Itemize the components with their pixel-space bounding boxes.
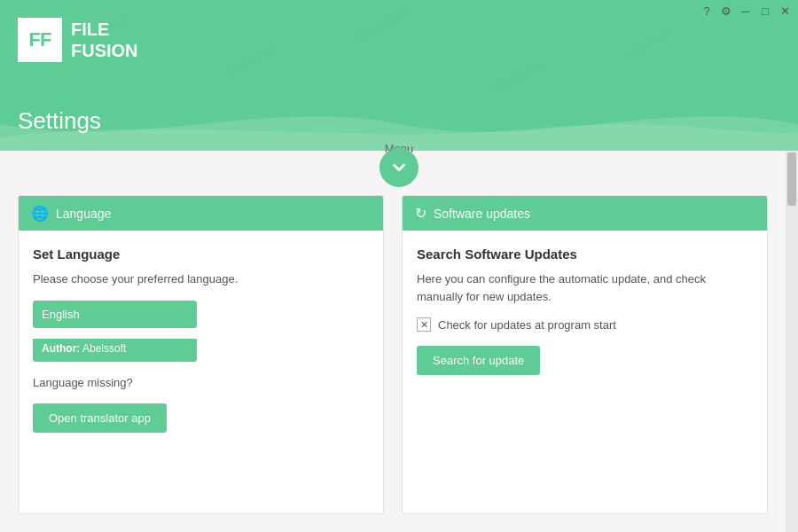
page-title: Settings: [18, 107, 101, 135]
menu-chevron-button[interactable]: [379, 148, 419, 187]
auto-update-checkbox[interactable]: ✕: [417, 317, 431, 332]
checkbox-label: Check for updates at program start: [438, 318, 616, 332]
author-value: Abelssoft: [82, 342, 126, 355]
author-label: Author:: [42, 342, 80, 355]
updates-heading: Search Software Updates: [417, 246, 753, 262]
logo-text: FILE FUSION: [71, 19, 138, 61]
settings-button[interactable]: ⚙: [718, 4, 734, 18]
maximize-button[interactable]: □: [757, 4, 773, 18]
dropdown-arrow-icon: ▼: [349, 308, 360, 320]
checkbox-row: ✕ Check for updates at program start: [417, 317, 753, 332]
logo-box: FF: [18, 18, 62, 62]
logo: FF FILE FUSION: [18, 18, 138, 62]
updates-card-header: ↻ Software updates: [403, 196, 767, 231]
updates-card-body: Search Software Updates Here you can con…: [403, 231, 767, 391]
minimize-button[interactable]: ─: [738, 4, 754, 18]
updates-card: ↻ Software updates Search Software Updat…: [402, 195, 768, 514]
updates-card-title: Software updates: [434, 207, 530, 221]
language-card: 🌐 Language Set Language Please choose yo…: [18, 195, 384, 514]
language-select-wrapper: English German French Spanish ▼: [33, 301, 369, 328]
scrollbar[interactable]: [786, 151, 798, 532]
help-button[interactable]: ?: [699, 4, 715, 18]
logo-line2: FUSION: [71, 40, 138, 61]
title-bar: ? ⚙ ─ □ ✕: [0, 0, 798, 21]
search-update-button[interactable]: Search for update: [417, 346, 540, 375]
scrollbar-thumb[interactable]: [787, 153, 796, 206]
language-card-title: Language: [56, 207, 111, 221]
logo-initials: FF: [29, 28, 51, 51]
set-language-heading: Set Language: [33, 246, 369, 262]
open-translator-button[interactable]: Open translator app: [33, 403, 167, 433]
menu-area: Menu: [379, 142, 419, 187]
language-card-header: 🌐 Language: [19, 196, 383, 231]
language-missing-text: Language missing?: [33, 374, 369, 392]
language-description: Please choose your preferred language.: [33, 270, 369, 288]
header-area: FileFusion FileFusion FileFusion FileFus…: [0, 0, 798, 151]
updates-description: Here you can configure the automatic upd…: [417, 270, 753, 305]
main-content: 🌐 Language Set Language Please choose yo…: [0, 151, 786, 532]
close-button[interactable]: ✕: [777, 4, 793, 18]
logo-line1: FILE: [71, 19, 138, 40]
globe-icon: 🌐: [31, 205, 49, 222]
language-card-body: Set Language Please choose your preferre…: [19, 231, 383, 449]
language-select[interactable]: English German French Spanish: [33, 301, 197, 328]
refresh-icon: ↻: [415, 205, 426, 222]
language-author: Author: Abelssoft: [33, 339, 197, 362]
